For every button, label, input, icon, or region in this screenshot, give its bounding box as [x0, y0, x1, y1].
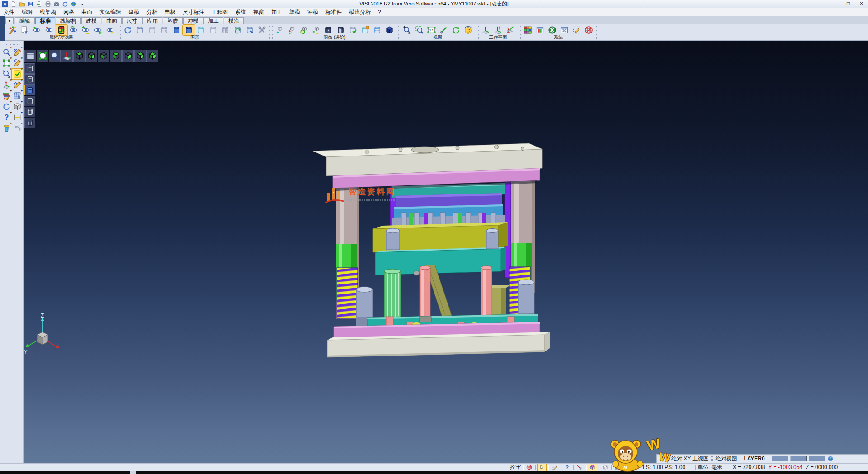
menu-item-9[interactable]: 尺寸标注 — [179, 8, 208, 16]
zoom-in-out-icon[interactable] — [401, 25, 413, 35]
view-right-icon[interactable] — [134, 50, 146, 62]
view-mode-label[interactable]: 绝对视图 — [715, 455, 737, 463]
tab-曲面[interactable]: 曲面 — [102, 17, 122, 24]
zoom-view-icon[interactable]: ▾ — [1, 47, 12, 57]
view-front-icon[interactable] — [98, 50, 109, 62]
world-icon[interactable] — [70, 0, 78, 8]
color-swatch-1[interactable] — [790, 456, 807, 461]
point-snap-icon[interactable] — [576, 464, 584, 471]
menu-item-3[interactable]: 网格 — [60, 8, 78, 16]
render-settings-icon[interactable] — [256, 25, 268, 35]
color-swatch-0[interactable] — [772, 456, 788, 461]
hide-all-icon[interactable] — [104, 25, 116, 35]
image-toggle-icon[interactable] — [310, 25, 322, 35]
show-all-icon[interactable] — [92, 25, 104, 35]
print-icon[interactable] — [44, 0, 52, 8]
menu-item-18[interactable]: ? — [374, 8, 385, 16]
new-document-icon[interactable] — [9, 0, 18, 8]
render-wireframe-icon[interactable] — [134, 25, 146, 35]
viewport-3d[interactable]: 智造资料网 Z Y — [24, 41, 868, 463]
solid-striped-icon[interactable] — [335, 25, 347, 35]
toolbar-options-icon[interactable]: ▾ — [78, 0, 86, 8]
render-regen-icon[interactable] — [231, 25, 244, 35]
tab-标准[interactable]: 标准 — [35, 17, 55, 24]
capture-icon[interactable] — [52, 0, 61, 8]
view-orient-icon[interactable] — [462, 25, 474, 35]
solid-wire-icon[interactable] — [371, 25, 383, 35]
menu-item-0[interactable]: 文件 — [0, 8, 18, 16]
render-transparent-icon[interactable] — [24, 96, 35, 106]
solid-validate-icon[interactable] — [347, 25, 359, 35]
tab-加工[interactable]: 加工 — [203, 17, 223, 24]
render-mesh-icon[interactable] — [24, 107, 35, 117]
menu-item-2[interactable]: 线架构 — [36, 8, 60, 16]
layer-manager-icon[interactable] — [534, 25, 546, 35]
view-iso-icon[interactable] — [146, 50, 158, 62]
menu-item-13[interactable]: 加工 — [268, 8, 286, 16]
workplane-icon[interactable]: ▾ — [1, 80, 12, 90]
view-top-icon[interactable] — [73, 50, 85, 62]
options-icon[interactable] — [558, 25, 571, 35]
attribute-edit-icon[interactable] — [6, 25, 19, 35]
cursor-snap-icon[interactable] — [538, 464, 546, 471]
render-copy-icon[interactable] — [244, 25, 256, 35]
workplane-swap-icon[interactable] — [504, 25, 516, 35]
erase-sketch-icon[interactable]: ▾ — [12, 47, 23, 57]
snap-settings-icon[interactable] — [571, 25, 583, 35]
menu-item-16[interactable]: 标准件 — [322, 8, 345, 16]
tab-应用[interactable]: 应用 — [142, 17, 162, 24]
active-layer-label[interactable]: LAYER0 — [744, 455, 764, 462]
workplane-set-icon[interactable] — [480, 25, 492, 35]
attributes-layers-icon[interactable]: ▾ — [1, 90, 12, 101]
visibility-toggle-icon[interactable] — [80, 25, 92, 35]
zoom-extents-icon[interactable] — [37, 50, 48, 62]
calculator-icon[interactable] — [583, 25, 595, 35]
view-bottom-icon[interactable] — [85, 50, 97, 62]
regenerate-icon[interactable]: ▾ — [1, 101, 12, 112]
status-grip-4[interactable] — [767, 456, 769, 461]
menu-item-12[interactable]: 视窗 — [250, 8, 268, 16]
tab-建模[interactable]: 建模 — [81, 17, 101, 24]
solid-preview-icon[interactable]: ▾ — [12, 101, 23, 112]
display-list-icon[interactable] — [24, 50, 36, 62]
regen-icon[interactable] — [61, 0, 69, 8]
solid-dotted-icon[interactable] — [322, 25, 335, 35]
menu-item-7[interactable]: 分析 — [143, 8, 161, 16]
view-direction-icon[interactable] — [438, 25, 450, 35]
image-refresh-icon[interactable] — [298, 25, 310, 35]
manual-input-icon[interactable] — [550, 464, 559, 471]
render-wireframe-icon[interactable] — [24, 63, 35, 74]
tab-线架构[interactable]: 线架构 — [56, 17, 81, 24]
undo-icon[interactable]: ▾ — [12, 123, 23, 133]
render-shaded-edges-icon[interactable] — [183, 25, 195, 35]
lock-label[interactable]: 拴牢 — [510, 464, 521, 471]
render-transparent-icon[interactable] — [195, 25, 207, 35]
render-shaded-icon[interactable] — [24, 85, 35, 95]
tab-尺寸[interactable]: 尺寸 — [122, 17, 142, 24]
color-palette-icon[interactable] — [522, 25, 534, 35]
menu-item-8[interactable]: 电极 — [161, 8, 179, 16]
workplane-axis-icon[interactable] — [61, 50, 73, 62]
tab-编辑[interactable]: 编辑 — [15, 17, 35, 24]
render-hidden-icon[interactable] — [24, 74, 35, 85]
status-grip-3[interactable] — [739, 456, 741, 461]
workplane-move-icon[interactable] — [492, 25, 504, 35]
minimize-button[interactable]: – — [829, 0, 842, 8]
prompt-help-icon[interactable]: ? — [563, 464, 571, 471]
save-file-icon[interactable] — [27, 0, 35, 8]
snap-grid-off-icon[interactable] — [525, 464, 533, 471]
zoom-scale-icon[interactable]: ▾ — [1, 69, 12, 79]
sketch-spline-icon[interactable]: ▾ — [12, 80, 23, 90]
system-settings-icon[interactable] — [546, 25, 558, 35]
tab-dropdown-button[interactable]: ▼ — [5, 17, 14, 24]
status-grip-2[interactable] — [711, 456, 713, 461]
menu-item-17[interactable]: 模流分析 — [345, 8, 374, 16]
color-swatch-2[interactable] — [809, 456, 825, 461]
sketch-curve-icon[interactable]: ▾ — [12, 58, 23, 68]
visi-logo[interactable]: V — [1, 0, 9, 8]
menu-item-10[interactable]: 工程图 — [208, 8, 231, 16]
render-mesh-icon[interactable] — [219, 25, 231, 35]
view-back-icon[interactable] — [110, 50, 122, 62]
menu-item-5[interactable]: 实体编辑 — [96, 8, 125, 16]
image-filter-icon[interactable] — [286, 25, 298, 35]
